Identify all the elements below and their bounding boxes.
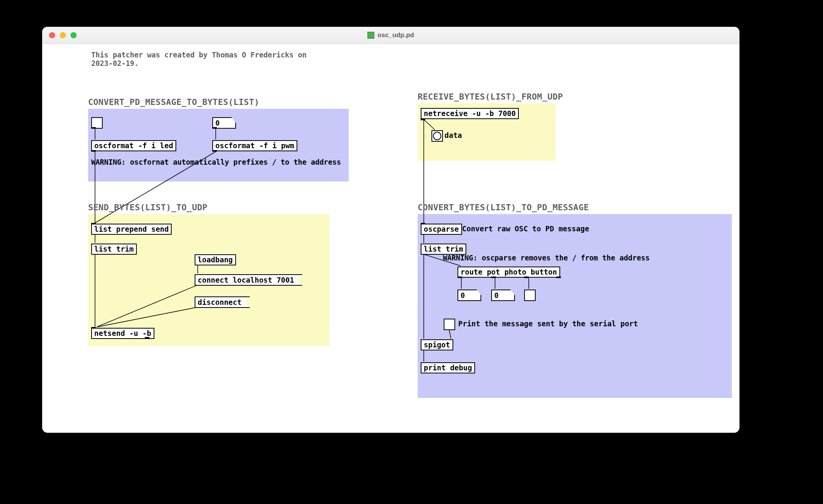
zoom-icon[interactable] [70,32,77,38]
minimize-icon[interactable] [60,32,66,38]
warning-oscformat: WARNING: oscfornat automatically prefixe… [91,158,341,166]
window-title-text: osc_udp.pd [377,31,414,39]
close-icon[interactable] [49,32,55,38]
section-convert-to-msg: CONVERT_BYTES(LIST)_TO_PD_MESSAGE [418,203,589,212]
msg-disconnect[interactable]: disconnect [195,296,250,308]
obj-list-trim-2[interactable]: list trim [421,244,466,255]
numbox-photo[interactable]: 0 [491,290,515,301]
section-convert-to-bytes: CONVERT_PD_MESSAGE_TO_BYTES(LIST) [88,97,259,107]
obj-print-debug[interactable]: print debug [421,362,475,373]
obj-list-prepend-send[interactable]: list prepend send [91,224,172,235]
toggle-button-out[interactable] [524,290,536,301]
app-window: osc_udp.pd [42,27,739,433]
patch-canvas[interactable]: This patcher was created by Thomas O Fre… [42,44,739,433]
obj-loadbang[interactable]: loadbang [195,254,236,265]
obj-oscformat-pwm[interactable]: oscformat -f i pwm [212,140,297,151]
pd-file-icon [367,32,374,39]
obj-route[interactable]: route pot photo button [457,267,560,278]
msg-connect[interactable]: connect localhost 7001 [195,274,303,286]
section-send-udp: SEND_BYTES(LIST)_TO_UDP [88,203,208,212]
obj-oscparse[interactable]: oscparse [421,224,462,235]
obj-spigot[interactable]: spigot [421,339,453,350]
bang-data[interactable] [431,130,443,142]
obj-netreceive[interactable]: netreceive -u -b 7000 [421,108,519,119]
obj-list-trim-1[interactable]: list trim [91,244,137,255]
window-controls [49,32,77,38]
numbox-pot[interactable]: 0 [457,290,481,301]
section-receive-udp: RECEIVE_BYTES(LIST)_FROM_UDP [418,92,563,101]
label-print: Print the message sent by the serial por… [458,319,638,328]
warning-oscparse: WARNING: oscparse removes the / from the… [443,254,649,262]
window-title: osc_udp.pd [367,31,414,39]
toggle-print[interactable] [444,319,455,330]
label-oscparse: Convert raw OSC to PD message [462,224,589,233]
obj-oscformat-led[interactable]: oscformat -f i led [91,140,176,151]
label-data: data [444,131,462,139]
header-comment: This patcher was created by Thomas O Fre… [91,51,307,67]
titlebar[interactable]: osc_udp.pd [42,27,739,44]
